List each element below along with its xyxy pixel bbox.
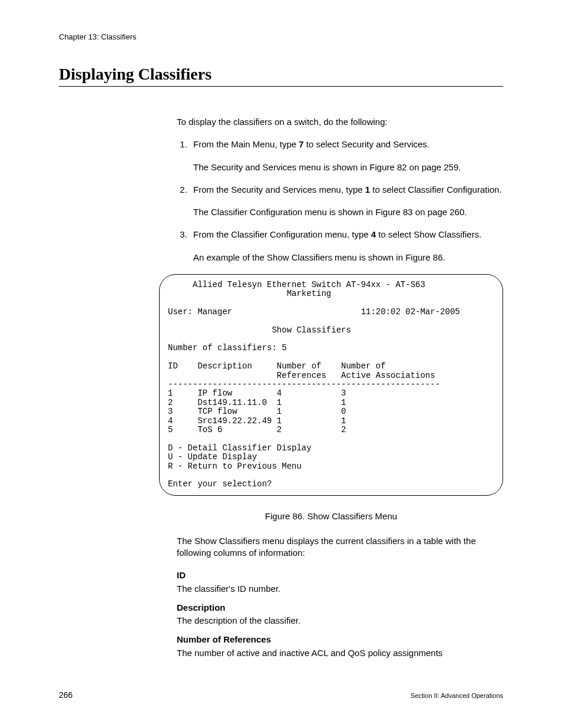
intro-text: To display the classifiers on a switch, … (177, 116, 503, 128)
step-3-followup: An example of the Show Classifiers menu … (193, 252, 503, 263)
def-desc-id: The classifier's ID number. (177, 583, 503, 595)
step-1-post: to select Security and Services. (304, 139, 429, 149)
step-3-bold: 4 (371, 229, 376, 239)
term-count: Number of classifiers: 5 (168, 343, 287, 353)
term-option: D - Detail Classifier Display (168, 443, 312, 453)
step-3: From the Classifier Configuration menu, … (190, 229, 503, 263)
term-row: 2 Dst149.11.11.0 1 1 (168, 398, 346, 407)
step-3-post: to select Show Classifiers. (376, 229, 481, 239)
section-label: Section II: Advanced Operations (411, 692, 503, 699)
step-1-followup: The Security and Services menu is shown … (193, 162, 503, 173)
definitions: ID The classifier's ID number. Descripti… (177, 569, 503, 659)
step-1-bold: 7 (299, 139, 303, 149)
term-divider: ----------------------------------------… (168, 380, 440, 389)
term-title: Allied Telesyn Ethernet Switch AT-94xx -… (168, 280, 425, 289)
page-number: 266 (59, 690, 72, 700)
term-subtitle: Marketing (168, 289, 331, 298)
term-header2: References Active Associations (168, 371, 435, 380)
terminal-output: Allied Telesyn Ethernet Switch AT-94xx -… (159, 274, 503, 496)
term-option: U - Update Display (168, 452, 257, 462)
step-2-bold: 1 (365, 185, 370, 195)
step-3-pre: From the Classifier Configuration menu, … (193, 229, 371, 239)
term-row: 5 ToS 6 2 2 (168, 425, 346, 434)
term-header1: ID Description Number of Number of (168, 361, 386, 371)
step-1-pre: From the Main Menu, type (193, 139, 299, 149)
after-figure-text: The Show Classifiers menu displays the c… (177, 535, 503, 559)
def-term-description: Description (177, 602, 503, 614)
step-1: From the Main Menu, type 7 to select Sec… (190, 139, 503, 173)
def-term-id: ID (177, 569, 503, 581)
term-option: R - Return to Previous Menu (168, 462, 302, 471)
page-title: Displaying Classifiers (59, 65, 503, 87)
step-2-post: to select Classifier Configuration. (370, 185, 501, 195)
def-term-numrefs: Number of References (177, 634, 503, 645)
chapter-header: Chapter 13: Classifiers (59, 32, 503, 41)
def-desc-numrefs: The number of active and inactive ACL an… (177, 647, 503, 659)
term-row: 1 IP flow 4 3 (168, 388, 346, 398)
step-2-followup: The Classifier Configuration menu is sho… (193, 206, 503, 218)
term-user-line: User: Manager 11:20:02 02-Mar-2005 (168, 307, 460, 317)
page: Chapter 13: Classifiers Displaying Class… (0, 0, 562, 728)
def-desc-description: The description of the classifier. (177, 615, 503, 627)
term-row: 4 Src149.22.22.49 1 1 (168, 416, 346, 426)
step-2: From the Security and Services menu, typ… (190, 184, 503, 219)
term-row: 3 TCP flow 1 0 (168, 407, 346, 416)
term-prompt: Enter your selection? (168, 479, 272, 489)
main-content: To display the classifiers on a switch, … (177, 116, 503, 659)
step-2-pre: From the Security and Services menu, typ… (193, 185, 365, 195)
term-menu-title: Show Classifiers (168, 325, 351, 335)
figure-caption: Figure 86. Show Classifiers Menu (159, 510, 503, 522)
page-footer: 266 Section II: Advanced Operations (59, 690, 503, 700)
step-list: From the Main Menu, type 7 to select Sec… (177, 139, 503, 263)
